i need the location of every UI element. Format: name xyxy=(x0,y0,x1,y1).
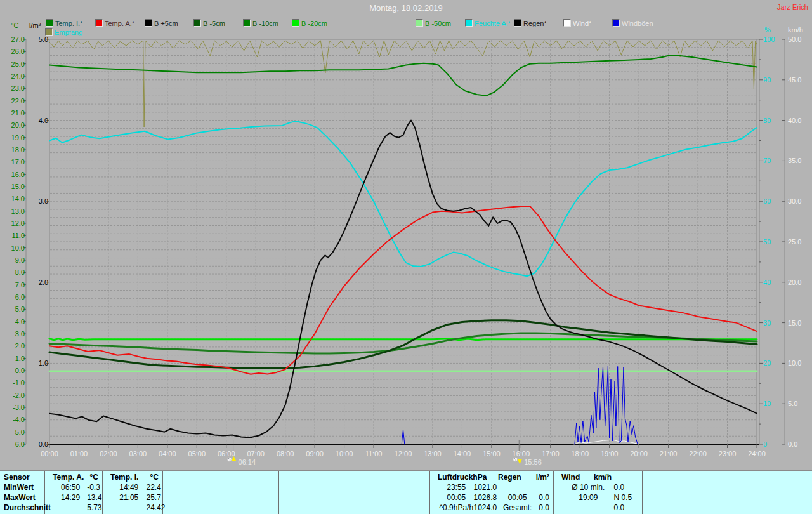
temp-tick-label: 0.0 xyxy=(15,367,25,374)
column-header xyxy=(221,472,252,482)
time-tick-label: 03:00 xyxy=(129,450,147,458)
time-tick-label: 11:00 xyxy=(365,450,383,458)
humidity-tick-label: 100 xyxy=(763,36,775,43)
time-tick-label: 04:00 xyxy=(159,450,176,458)
cell-time: 21:05 xyxy=(103,492,147,503)
time-tick-label: 07:00 xyxy=(247,450,265,458)
cell-value: 22.4 xyxy=(147,482,165,492)
column-unit xyxy=(723,472,800,482)
temp-tick-label: 5.0 xyxy=(15,305,25,313)
humidity-tick-label: 0 xyxy=(763,440,767,448)
wind-tick-label: 30.0 xyxy=(788,197,801,205)
statistics-table: SensorMinWertMaxWertDurchschnittTemp. A.… xyxy=(0,470,812,514)
cell-value: -0.3 xyxy=(87,482,104,492)
temp-tick-label: 21.0 xyxy=(11,109,25,117)
time-tick-label: 15:00 xyxy=(483,450,501,458)
cell-value xyxy=(263,482,278,492)
temp-tick-label: 3.0 xyxy=(15,330,25,338)
cell-time xyxy=(355,503,407,513)
cell-value xyxy=(206,503,221,513)
time-tick-label: 21:00 xyxy=(660,450,678,458)
temp-tick-label: 10.0 xyxy=(11,244,25,252)
cell-value xyxy=(206,492,221,503)
temp-tick-label: 25.0 xyxy=(11,60,25,68)
row-label: MaxWert xyxy=(0,492,36,503)
cell-value: 25.7 xyxy=(147,492,165,503)
time-tick-label: 19:00 xyxy=(601,450,619,458)
cell-value xyxy=(263,492,278,503)
temp-tick-label: -5.0 xyxy=(13,428,25,436)
table-column-luftdruck: LuftdruckhPa23:551021.000:051026.8^0.9hP… xyxy=(430,471,490,514)
column-unit: l/m² xyxy=(524,472,554,482)
wind-tick-label: 40.0 xyxy=(788,117,801,124)
column-unit xyxy=(319,472,355,482)
table-row-labels-column: SensorMinWertMaxWertDurchschnitt xyxy=(0,471,45,514)
time-tick-label: 16:00 xyxy=(513,450,530,458)
temp-tick-label: 12.0 xyxy=(11,220,25,227)
temp-tick-label: 6.0 xyxy=(15,293,25,301)
time-tick-label: 24:00 xyxy=(748,450,766,458)
temp-tick-label: -3.0 xyxy=(13,404,25,411)
cell-value xyxy=(407,492,429,503)
column-unit: °C xyxy=(84,472,102,482)
temp-tick-label: 14.0 xyxy=(11,195,25,202)
rain-tick-label: 2.0 xyxy=(39,279,48,286)
table-column-empty xyxy=(355,471,430,514)
temp-tick-label: 22.0 xyxy=(11,97,25,105)
cell-time: ^0.9hPa/h xyxy=(430,503,474,513)
humidity-tick-label: 30 xyxy=(763,319,771,327)
cell-time xyxy=(163,492,206,503)
wind-tick-label: 35.0 xyxy=(788,157,801,164)
cell-value xyxy=(407,503,429,513)
cell-value xyxy=(742,503,799,513)
wind-tick-label: 5.0 xyxy=(788,400,797,407)
temp-tick-label: 23.0 xyxy=(11,84,25,92)
column-header xyxy=(355,472,395,482)
cell-time: 00:05 xyxy=(490,492,535,503)
gridlines xyxy=(50,40,756,444)
marker-time-label: 06:14 xyxy=(239,458,256,466)
time-tick-label: 00:00 xyxy=(41,450,58,458)
cell-time xyxy=(221,492,263,503)
cell-time xyxy=(163,503,206,513)
cell-time xyxy=(279,492,332,503)
column-header: Temp. A. xyxy=(45,472,84,482)
column-header: Luftdruck xyxy=(430,472,473,482)
temp-tick-label: 9.0 xyxy=(15,256,25,264)
sun-arrow-icon xyxy=(517,459,522,464)
cell-time: Gesamt: xyxy=(490,503,535,513)
column-header: Temp. I. xyxy=(103,472,138,482)
cell-time xyxy=(279,482,332,492)
wind-tick-label: 10.0 xyxy=(788,359,801,367)
rain-tick-label: 3.0 xyxy=(39,197,48,205)
time-tick-label: 08:00 xyxy=(277,450,294,458)
temp-tick-label: 15.0 xyxy=(11,183,25,190)
cell-time xyxy=(643,482,742,492)
column-unit xyxy=(252,472,278,482)
cell-value xyxy=(332,503,355,513)
cell-time xyxy=(45,503,87,513)
cell-value xyxy=(535,482,553,492)
cell-value xyxy=(742,482,799,492)
table-column-empty xyxy=(279,471,355,514)
humidity-tick-label: 60 xyxy=(763,197,771,205)
column-unit xyxy=(395,472,430,482)
humidity-tick-label: 40 xyxy=(763,279,771,286)
temp-tick-label: 8.0 xyxy=(15,268,25,276)
rain-tick-label: 5.0 xyxy=(39,36,48,43)
table-column-temp-i: Temp. I.°C14:4922.421:0525.724.42 xyxy=(103,471,163,514)
cell-time: 00:05 xyxy=(430,492,474,503)
temp-tick-label: 7.0 xyxy=(15,281,25,289)
cell-time xyxy=(355,482,407,492)
cell-time xyxy=(163,482,206,492)
cell-value xyxy=(332,482,355,492)
row-label: MinWert xyxy=(0,482,34,492)
time-tick-label: 02:00 xyxy=(100,450,117,458)
wind-tick-label: 45.0 xyxy=(788,76,801,84)
temp-tick-label: 11.0 xyxy=(11,232,25,239)
wind-tick-label: 25.0 xyxy=(788,238,801,246)
weather-chart: 27.026.025.024.023.022.021.020.019.018.0… xyxy=(0,0,812,470)
time-tick-label: 05:00 xyxy=(188,450,206,458)
humidity-tick-label: 20 xyxy=(763,359,771,367)
table-column-wind: Windkm/hØ 10 min.0.019:09N 0.50.0 xyxy=(554,471,643,514)
